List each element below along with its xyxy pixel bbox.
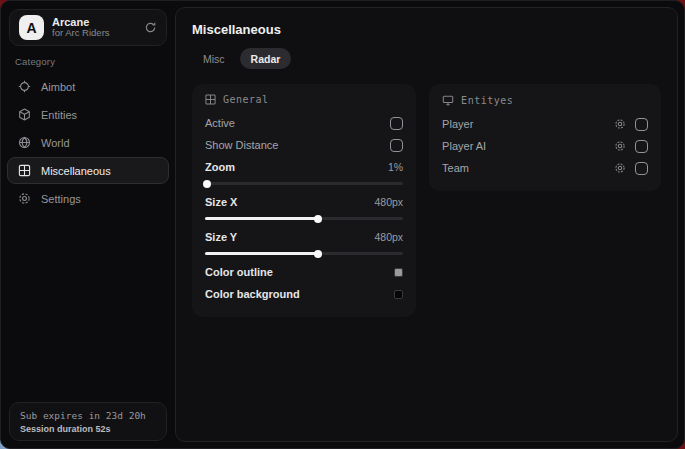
entity-row-player-ai: Player AI <box>442 135 648 157</box>
team-checkbox[interactable] <box>635 162 648 175</box>
panel-title: Entityes <box>461 95 513 106</box>
cube-icon <box>18 108 31 121</box>
slider-value: 1% <box>388 161 403 173</box>
toggle-label: Active <box>205 117 235 129</box>
monitor-icon <box>442 94 454 106</box>
player-checkbox[interactable] <box>635 118 648 131</box>
color-label: Color outline <box>205 266 273 278</box>
tab-bar: Misc Radar <box>192 48 661 69</box>
player-ai-checkbox[interactable] <box>635 140 648 153</box>
category-label: Category <box>15 56 161 67</box>
toggle-row-show-distance: Show Distance <box>205 134 403 156</box>
size-y-slider[interactable] <box>205 249 403 258</box>
sidebar: A Arcane for Arc Riders Category <box>1 1 175 448</box>
sidebar-item-label: Settings <box>41 193 81 205</box>
gear-icon[interactable] <box>614 118 626 130</box>
sidebar-item-aimbot[interactable]: Aimbot <box>7 73 169 100</box>
gear-icon[interactable] <box>614 162 626 174</box>
page-title: Miscellaneous <box>192 22 661 37</box>
zoom-slider[interactable] <box>205 179 403 188</box>
entity-label: Player <box>442 118 473 130</box>
globe-icon <box>18 136 31 149</box>
slider-label: Zoom <box>205 161 235 173</box>
logo-card: A Arcane for Arc Riders <box>9 9 167 46</box>
slider-row-zoom: Zoom 1% <box>205 156 403 178</box>
color-outline-swatch[interactable] <box>394 268 403 277</box>
color-row-outline: Color outline <box>205 261 403 283</box>
size-x-slider[interactable] <box>205 214 403 223</box>
app-window: A Arcane for Arc Riders Category <box>0 0 685 449</box>
sidebar-item-world[interactable]: World <box>7 129 169 156</box>
gear-icon <box>18 192 31 205</box>
toggle-label: Show Distance <box>205 139 278 151</box>
sidebar-nav: Aimbot Entities World <box>1 73 175 212</box>
sidebar-item-label: World <box>41 137 70 149</box>
sidebar-item-label: Aimbot <box>41 81 75 93</box>
color-label: Color background <box>205 288 300 300</box>
app-subtitle: for Arc Riders <box>52 28 136 39</box>
toggle-row-active: Active <box>205 112 403 134</box>
color-row-background: Color background <box>205 283 403 305</box>
entity-row-player: Player <box>442 113 648 135</box>
general-panel: General Active Show Distance Zoom 1% <box>192 84 416 317</box>
show-distance-checkbox[interactable] <box>390 139 403 152</box>
gear-icon[interactable] <box>614 140 626 152</box>
slider-label: Size X <box>205 196 237 208</box>
slider-thumb[interactable] <box>203 180 211 188</box>
main-content: Miscellaneous Misc Radar General <box>175 7 678 442</box>
entities-panel: Entityes Player P <box>429 84 661 191</box>
reload-icon[interactable] <box>144 21 157 34</box>
entity-label: Team <box>442 162 469 174</box>
grid-icon <box>205 94 216 105</box>
slider-thumb[interactable] <box>314 250 322 258</box>
sidebar-item-settings[interactable]: Settings <box>7 185 169 212</box>
sidebar-item-label: Miscellaneous <box>41 165 111 177</box>
entity-label: Player AI <box>442 140 486 152</box>
tab-misc[interactable]: Misc <box>192 48 236 69</box>
active-checkbox[interactable] <box>390 117 403 130</box>
app-avatar: A <box>19 15 44 40</box>
subscription-footer: Sub expires in 23d 20h Session duration … <box>9 402 167 441</box>
color-background-swatch[interactable] <box>394 290 403 299</box>
entity-row-team: Team <box>442 157 648 179</box>
sub-expires-text: Sub expires in 23d 20h <box>20 410 156 421</box>
slider-row-size-y: Size Y 480px <box>205 226 403 248</box>
slider-row-size-x: Size X 480px <box>205 191 403 213</box>
panel-title: General <box>223 94 269 105</box>
slider-label: Size Y <box>205 231 237 243</box>
sidebar-item-entities[interactable]: Entities <box>7 101 169 128</box>
slider-value: 480px <box>375 231 404 243</box>
sidebar-item-miscellaneous[interactable]: Miscellaneous <box>7 157 169 184</box>
sidebar-item-label: Entities <box>41 109 77 121</box>
slider-thumb[interactable] <box>314 215 322 223</box>
crosshair-icon <box>18 80 31 93</box>
grid-icon <box>18 164 31 177</box>
tab-radar[interactable]: Radar <box>240 48 292 69</box>
session-duration-text: Session duration 52s <box>20 424 156 434</box>
slider-value: 480px <box>375 196 404 208</box>
